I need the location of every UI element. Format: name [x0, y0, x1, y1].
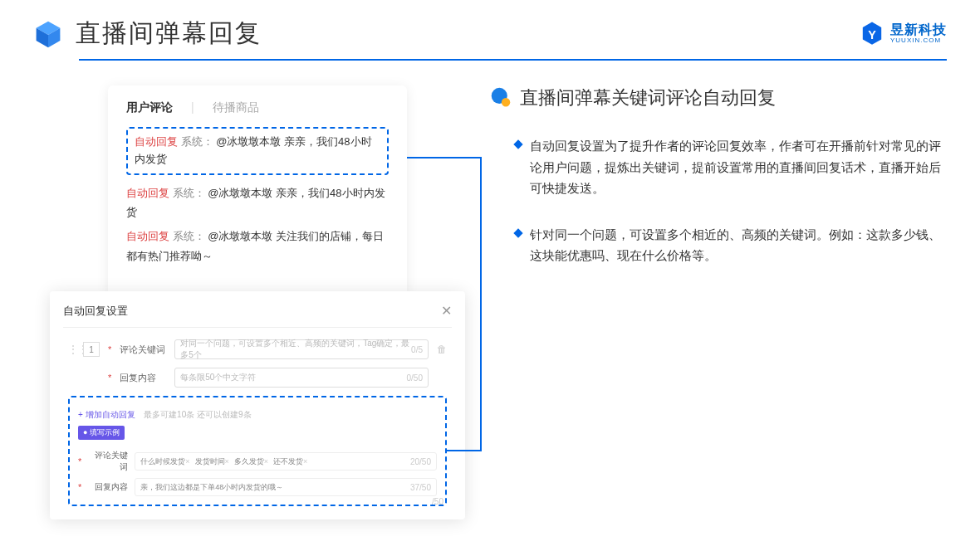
modal-body: ⋮⋮ 1 * 评论关键词 对同一个问题，可设置多个相近、高频的关键词，Tag确定…	[63, 328, 452, 506]
char-counter: 0/50	[407, 373, 423, 383]
auto-reply-tag: 自动回复	[126, 187, 169, 199]
page-title: 直播间弹幕回复	[76, 17, 262, 51]
header-left: 直播间弹幕回复	[33, 17, 262, 51]
comment-tabs: 用户评论 | 待播商品	[126, 100, 389, 115]
system-label: 系统：	[173, 187, 205, 199]
connector-line	[407, 157, 482, 158]
keyword-row: ⋮⋮ 1 * 评论关键词 对同一个问题，可设置多个相近、高频的关键词，Tag确定…	[68, 339, 447, 359]
trailing-counter: /50	[432, 497, 443, 506]
svg-text:Y: Y	[868, 27, 876, 41]
example-keyword-label: 评论关键词	[88, 450, 128, 473]
comment-item: 自动回复 系统： @冰墩墩本墩 关注我们的店铺，每日都有热门推荐呦～	[126, 227, 389, 266]
char-counter: 0/5	[411, 345, 423, 354]
screenshot-column: 用户评论 | 待播商品 自动回复 系统： @冰墩墩本墩 亲亲，我们48小时内发货…	[50, 85, 465, 519]
add-hint: 最多可建10条 还可以创建9条	[144, 410, 251, 419]
close-icon[interactable]: ✕	[441, 303, 452, 319]
tab-pending-products[interactable]: 待播商品	[213, 100, 259, 115]
bullet-text: 自动回复设置为了提升作者的评论回复效率，作者可在开播前针对常见的评论用户问题，提…	[530, 135, 947, 199]
comment-panel: 用户评论 | 待播商品 自动回复 系统： @冰墩墩本墩 亲亲，我们48小时内发货…	[108, 85, 407, 295]
required-icon: *	[78, 482, 81, 492]
svg-point-5	[502, 98, 510, 106]
example-keyword-row: * 评论关键词 什么时候发货× 发货时间× 多久发货× 还不发货× 20/50	[78, 450, 437, 473]
bullet-text: 针对同一个问题，可设置多个相近的、高频的关键词。例如：这款多少钱、这块能优惠吗、…	[530, 224, 947, 266]
example-reply-label: 回复内容	[88, 481, 128, 493]
slide-header: 直播间弹幕回复 Y 昱新科技 YUUXIN.COM	[0, 0, 980, 59]
auto-reply-tag: 自动回复	[126, 230, 169, 242]
char-counter: 37/50	[410, 483, 431, 492]
placeholder: 对同一个问题，可设置多个相近、高频的关键词，Tag确定，最多5个	[180, 338, 411, 361]
char-counter: 20/50	[410, 457, 431, 466]
brand-url: YUUXIN.COM	[890, 37, 947, 45]
keyword-label: 评论关键词	[120, 344, 166, 356]
delete-icon[interactable]: 🗑	[437, 344, 447, 355]
example-keyword-input[interactable]: 什么时候发货× 发货时间× 多久发货× 还不发货× 20/50	[135, 452, 437, 471]
explanation-column: 直播间弹幕关键词评论自动回复 自动回复设置为了提升作者的评论回复效率，作者可在开…	[490, 85, 947, 519]
example-section: + 增加自动回复 最多可建10条 还可以创建9条 ● 填写示例 * 评论关键词 …	[68, 396, 447, 506]
system-label: 系统：	[181, 135, 213, 148]
example-reply-value: 亲，我们这边都是下单48小时内发货的哦～	[140, 482, 283, 493]
tab-user-comments[interactable]: 用户评论	[126, 100, 173, 115]
diamond-bullet-icon	[513, 139, 522, 149]
example-reply-input[interactable]: 亲，我们这边都是下单48小时内发货的哦～ 37/50	[135, 478, 437, 496]
tab-separator: |	[191, 100, 194, 115]
slide-body: 用户评论 | 待播商品 自动回复 系统： @冰墩墩本墩 亲亲，我们48小时内发货…	[0, 61, 980, 536]
example-badge: ● 填写示例	[78, 426, 125, 440]
brand-text: 昱新科技 YUUXIN.COM	[890, 22, 947, 44]
comment-item: 自动回复 系统： @冰墩墩本墩 亲亲，我们48小时内发货	[126, 183, 389, 222]
connector-line	[447, 450, 482, 451]
section-heading: 直播间弹幕关键词评论自动回复	[490, 85, 947, 110]
drag-handle-icon[interactable]: ⋮⋮	[68, 344, 75, 355]
modal-title: 自动回复设置	[63, 304, 128, 319]
tag: 发货时间×	[195, 456, 229, 467]
modal-header: 自动回复设置 ✕	[63, 303, 452, 328]
auto-reply-tag: 自动回复	[135, 135, 178, 148]
connector-line	[480, 157, 482, 451]
rule-number: 1	[83, 342, 100, 357]
tag: 还不发货×	[273, 456, 307, 467]
reply-input[interactable]: 每条限50个中文字符 0/50	[174, 368, 429, 388]
diamond-bullet-icon	[513, 228, 522, 237]
cube-icon	[33, 19, 63, 49]
example-reply-row: * 回复内容 亲，我们这边都是下单48小时内发货的哦～ 37/50	[78, 478, 437, 496]
placeholder: 每条限50个中文字符	[180, 372, 256, 383]
reply-label: 回复内容	[120, 372, 166, 384]
keyword-input[interactable]: 对同一个问题，可设置多个相近、高频的关键词，Tag确定，最多5个 0/5	[174, 339, 429, 359]
system-label: 系统：	[173, 230, 205, 242]
highlighted-reply: 自动回复 系统： @冰墩墩本墩 亲亲，我们48小时内发货	[126, 127, 389, 175]
required-icon: *	[108, 373, 111, 383]
brand-logo-icon: Y	[859, 21, 885, 47]
bullet-point: 针对同一个问题，可设置多个相近的、高频的关键词。例如：这款多少钱、这块能优惠吗、…	[490, 224, 947, 266]
required-icon: *	[78, 456, 81, 466]
chat-bubble-icon	[490, 87, 512, 109]
add-reply-link[interactable]: + 增加自动回复	[78, 410, 135, 419]
required-icon: *	[108, 344, 111, 354]
brand: Y 昱新科技 YUUXIN.COM	[859, 21, 947, 47]
auto-reply-modal: 自动回复设置 ✕ ⋮⋮ 1 * 评论关键词 对同一个问题，可设置多个相近、高频的…	[50, 291, 465, 519]
section-title: 直播间弹幕关键词评论自动回复	[520, 85, 776, 110]
tag: 多久发货×	[234, 456, 268, 467]
bullet-point: 自动回复设置为了提升作者的评论回复效率，作者可在开播前针对常见的评论用户问题，提…	[490, 135, 947, 199]
tag: 什么时候发货×	[140, 456, 189, 467]
reply-row: * 回复内容 每条限50个中文字符 0/50	[68, 368, 447, 388]
brand-name: 昱新科技	[890, 22, 947, 37]
